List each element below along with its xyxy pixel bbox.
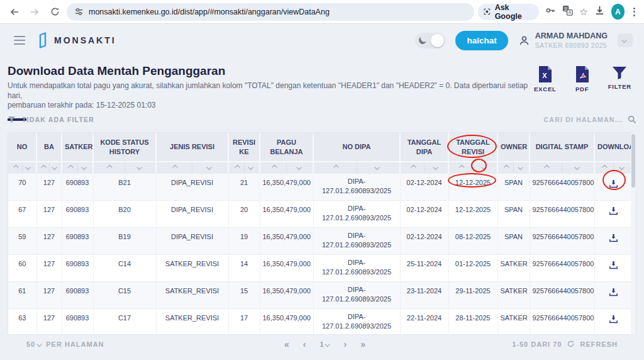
page-search-input[interactable]: CARI DI HALAMAN...: [544, 115, 636, 124]
sort-desc-kode-status-history[interactable]: [125, 162, 156, 173]
sort-asc-tanggal-revisi[interactable]: [449, 162, 473, 173]
reload-button[interactable]: [47, 4, 63, 20]
cell-tanggal-dipa: 02-12-2024: [400, 200, 448, 227]
sort-asc-download[interactable]: [595, 162, 613, 173]
column-header-no-dipa[interactable]: NO DIPA: [313, 133, 400, 162]
column-header-digital-stamp[interactable]: DIGITAL STAMP: [530, 133, 594, 162]
sort-desc-pagu-belanja[interactable]: [286, 162, 313, 173]
sort-asc-tanggal-dipa[interactable]: [401, 162, 424, 173]
download-row-button[interactable]: [606, 179, 621, 191]
sort-cell-tanggal-revisi: [448, 162, 497, 173]
column-header-revisi-ke[interactable]: REVISI KE: [228, 133, 260, 162]
browser-menu-icon[interactable]: [631, 5, 638, 19]
password-key-icon[interactable]: [545, 5, 556, 18]
column-header-tanggal-revisi[interactable]: TANGGAL REVISI: [448, 133, 497, 162]
download-row-button[interactable]: [606, 260, 621, 272]
first-page-button[interactable]: «: [284, 339, 289, 349]
user-menu[interactable]: ARMAD MAHDANG SATKER 690893 2025: [518, 31, 608, 49]
sort-desc-owner[interactable]: [513, 162, 529, 173]
download-icon: [609, 288, 618, 296]
forward-button[interactable]: [26, 4, 43, 20]
filter-status-icon: [8, 116, 16, 123]
cell-kode-status-history: C15: [93, 281, 156, 308]
column-header-jenis-revisi[interactable]: JENIS REVISI: [156, 133, 228, 162]
column-header-owner[interactable]: OWNER: [497, 133, 530, 162]
sort-asc-kode-status-history[interactable]: [94, 162, 125, 173]
sort-desc-digital-stamp[interactable]: [562, 162, 594, 173]
column-header-satker[interactable]: SATKER: [62, 133, 93, 162]
dark-mode-toggle[interactable]: [415, 33, 445, 48]
cell-no-dipa: DIPA- 127.01.2.690893/2025: [313, 227, 400, 254]
cell-satker: 690893: [62, 173, 93, 200]
export-excel-button[interactable]: X EXCEL: [534, 65, 557, 93]
site-info-icon[interactable]: [74, 7, 84, 16]
ask-google-button[interactable]: Ask Google: [478, 4, 539, 20]
sort-asc-jenis-revisi[interactable]: [157, 162, 192, 173]
downloads-icon[interactable]: [594, 5, 605, 18]
sort-desc-revisi-ke[interactable]: [244, 162, 260, 173]
page-size-value: 50: [26, 340, 35, 348]
next-page-button[interactable]: ›: [344, 339, 347, 349]
sort-desc-no[interactable]: [22, 162, 36, 173]
column-header-no[interactable]: NO: [8, 133, 36, 162]
page-size-select[interactable]: 50: [26, 340, 42, 348]
download-row-button[interactable]: [606, 287, 621, 299]
sort-desc-ba[interactable]: [49, 162, 62, 173]
chevron-down-icon: [482, 165, 487, 170]
column-header-pagu-belanja[interactable]: PAGU BELANJA: [260, 133, 313, 162]
sort-cell-ba: [36, 162, 62, 173]
download-row-button[interactable]: [606, 233, 621, 245]
bookmark-star-icon[interactable]: ☆: [579, 6, 587, 18]
cell-revisi-ke: 17: [228, 308, 260, 335]
sort-desc-download[interactable]: [613, 162, 632, 173]
page-select[interactable]: 1: [319, 340, 330, 348]
scrollbar-thumb[interactable]: [631, 134, 635, 188]
chevron-up-icon: [504, 165, 509, 170]
sort-asc-no-dipa[interactable]: [314, 162, 357, 173]
column-header-kode-status-history[interactable]: KODE STATUS HISTORY: [93, 133, 156, 162]
download-row-button[interactable]: [606, 314, 621, 326]
haichat-button[interactable]: haîchat: [455, 31, 508, 50]
sort-desc-satker[interactable]: [77, 162, 93, 173]
sort-asc-no[interactable]: [8, 162, 22, 173]
sort-desc-no-dipa[interactable]: [357, 162, 400, 173]
chevron-down-icon: [296, 165, 301, 170]
back-button[interactable]: [6, 4, 23, 20]
download-row-button[interactable]: [606, 206, 621, 218]
url-input[interactable]: monsakti.kemenkeu.go.id/dist/app/#monsak…: [67, 3, 474, 21]
sort-asc-satker[interactable]: [62, 162, 77, 173]
refresh-button[interactable]: REFRESH: [580, 340, 618, 348]
last-page-button[interactable]: »: [360, 339, 365, 349]
sort-desc-tanggal-revisi[interactable]: [473, 162, 497, 173]
page-subtitle: Untuk mendapatkan total pagu yang akurat…: [8, 81, 530, 111]
chevron-down-icon: [619, 165, 624, 170]
sort-asc-revisi-ke[interactable]: [229, 162, 244, 173]
prev-page-button[interactable]: ‹: [303, 339, 306, 349]
browser-avatar[interactable]: A: [611, 4, 625, 20]
cell-tanggal-revisi: 12-12-2025: [448, 173, 497, 200]
cell-no: 61: [8, 281, 36, 308]
sort-desc-tanggal-dipa[interactable]: [424, 162, 448, 173]
column-header-download[interactable]: DOWNLOAD: [594, 133, 632, 162]
sort-asc-ba[interactable]: [37, 162, 49, 173]
cell-ba: 127: [36, 227, 62, 254]
column-header-ba[interactable]: BA: [36, 133, 62, 162]
sort-asc-owner[interactable]: [498, 162, 513, 173]
chevron-up-icon: [459, 165, 464, 170]
filter-button[interactable]: FILTER: [608, 65, 631, 93]
cell-tanggal-dipa: 02-12-2024: [400, 227, 448, 254]
table-scrollbar[interactable]: [631, 133, 636, 334]
chevron-up-icon: [544, 165, 549, 170]
table-sort-row: [8, 162, 632, 173]
page-subtitle-line2: pembaruan terakhir pada: 15-12-2025 01:0…: [8, 101, 530, 111]
sort-asc-digital-stamp[interactable]: [530, 162, 562, 173]
column-header-tanggal-dipa[interactable]: TANGGAL DIPA: [400, 133, 448, 162]
translate-icon[interactable]: 文A: [562, 5, 573, 18]
refresh-icon[interactable]: [567, 340, 575, 348]
sort-asc-pagu-belanja[interactable]: [260, 162, 286, 173]
chevron-up-icon: [411, 165, 416, 170]
hamburger-menu-icon[interactable]: [11, 33, 28, 47]
user-dropdown-button[interactable]: [618, 33, 633, 47]
export-pdf-button[interactable]: PDF: [574, 65, 591, 93]
sort-desc-jenis-revisi[interactable]: [192, 162, 228, 173]
